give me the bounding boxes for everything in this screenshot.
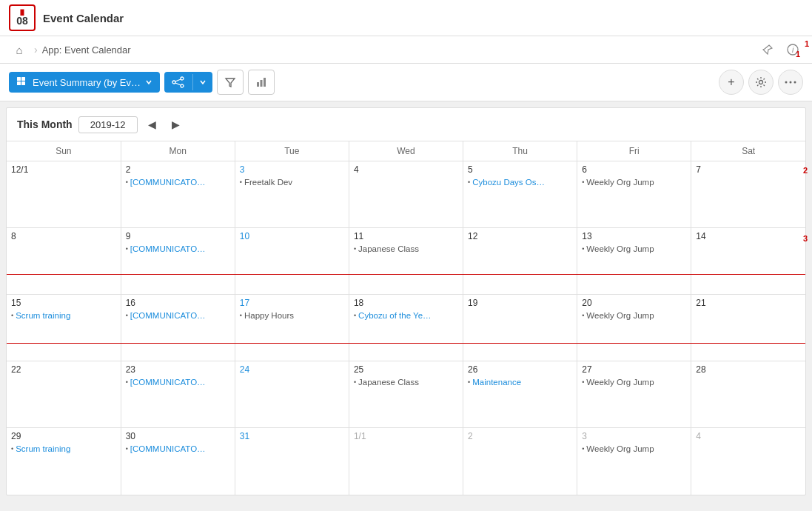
calendar-event[interactable]: •[COMMUNICATO… [126, 244, 230, 255]
day-number: 9 [126, 231, 230, 241]
more-button[interactable] [778, 70, 803, 95]
event-label[interactable]: [COMMUNICATO… [130, 244, 206, 255]
calendar-day: 4 [691, 428, 805, 495]
pin-button[interactable] [757, 39, 778, 60]
calendar-event: •Weekly Org Jump [582, 377, 686, 388]
calendar-day: 13•Weekly Org Jump [577, 228, 691, 295]
day-number: 11 [354, 231, 458, 241]
prev-month-button[interactable]: ◀ [144, 116, 161, 133]
calendar-event[interactable]: •Scrum training [11, 310, 116, 321]
calendar-event[interactable]: •Cybozu of the Ye… [354, 310, 458, 321]
event-dot-icon: • [582, 445, 584, 454]
event-label[interactable]: Scrum training [16, 310, 70, 321]
calendar-day: 26•Maintenance [463, 361, 577, 428]
day-number: 3 [240, 164, 344, 175]
calendar-event[interactable]: •Cybozu Days Os… [468, 177, 572, 188]
calendar-event[interactable]: •Maintenance [468, 377, 572, 388]
day-number: 16 [126, 298, 230, 308]
day-number: 26 [468, 364, 572, 375]
day-number: 31 [240, 431, 344, 441]
next-month-button[interactable]: ▶ [167, 116, 185, 133]
calendar-event[interactable]: •[COMMUNICATO… [126, 444, 230, 455]
svg-line-10 [175, 83, 181, 85]
calendar-day: 4 [349, 161, 463, 228]
annotation-label-3: 3 [803, 234, 808, 243]
calendar-day: 12 [463, 228, 577, 295]
svg-rect-3 [21, 77, 25, 81]
event-label[interactable]: [COMMUNICATO… [130, 444, 206, 455]
add-button[interactable]: + [719, 70, 744, 95]
more-icon [785, 81, 796, 84]
calendar-week: 15•Scrum training16•[COMMUNICATO…17•Happ… [7, 295, 805, 361]
day-number: 23 [126, 364, 230, 375]
toolbar: Event Summary (by Ev… [0, 64, 812, 101]
event-label[interactable]: [COMMUNICATO… [130, 310, 206, 321]
calendar-day: 18•Cybozu of the Ye… [349, 295, 463, 361]
event-dot-icon: • [11, 312, 13, 321]
day-number: 27 [582, 364, 686, 375]
event-dot-icon: • [11, 445, 13, 454]
event-dot-icon: • [354, 378, 356, 387]
day-number: 8 [11, 231, 116, 241]
chart-button[interactable] [248, 70, 275, 95]
calendar-event[interactable]: •[COMMUNICATO… [126, 377, 230, 388]
calendar-day: 17•Happy Hours [235, 295, 349, 361]
icon-day: 08 [16, 16, 28, 26]
day-number: 19 [468, 298, 572, 308]
settings-button[interactable] [748, 70, 774, 95]
day-header-sun: Sun [7, 141, 121, 161]
day-header-thu: Thu [463, 141, 577, 161]
calendar-event[interactable]: •Scrum training [11, 444, 116, 455]
day-number: 5 [468, 164, 572, 175]
share-dropdown[interactable] [192, 74, 212, 90]
day-number: 3 [582, 431, 686, 441]
calendar-day: 2 [463, 428, 577, 495]
filter-button[interactable] [217, 70, 244, 95]
calendar-day: 3•Weekly Org Jump [577, 428, 691, 495]
svg-rect-4 [17, 81, 21, 85]
event-label: Happy Hours [244, 310, 294, 321]
event-label[interactable]: Scrum training [16, 444, 70, 455]
day-number: 21 [696, 298, 801, 308]
event-label[interactable]: [COMMUNICATO… [130, 177, 206, 188]
day-number: 28 [696, 364, 801, 375]
calendar-grid: SunMonTueWedThuFriSat 12/12•[COMMUNICATO… [7, 141, 805, 495]
chart-icon [255, 76, 267, 88]
event-label[interactable]: Cybozu Days Os… [472, 177, 545, 188]
day-number: 10 [240, 231, 344, 241]
home-button[interactable]: ⌂ [9, 39, 30, 60]
view-selector[interactable]: Event Summary (by Ev… [9, 72, 160, 93]
event-label: Japanese Class [358, 377, 419, 388]
calendar-event: •Japanese Class [354, 244, 458, 255]
view-selector-main[interactable]: Event Summary (by Ev… [9, 72, 160, 93]
day-number: 30 [126, 431, 230, 441]
calendar-day: 3•Freetalk Dev [235, 161, 349, 228]
calendar-event[interactable]: •[COMMUNICATO… [126, 177, 230, 188]
calendar-event[interactable]: •[COMMUNICATO… [126, 310, 230, 321]
event-label[interactable]: Maintenance [472, 377, 521, 388]
event-dot-icon: • [240, 312, 242, 321]
calendar-day: 2•[COMMUNICATO… [121, 161, 235, 228]
day-number: 14 [696, 231, 801, 241]
month-input[interactable] [78, 116, 138, 133]
calendar-day: 27•Weekly Org Jump [577, 361, 691, 428]
day-number: 2 [468, 431, 572, 441]
calendar-day: 5•Cybozu Days Os… [463, 161, 577, 228]
day-number: 12 [468, 231, 572, 241]
chevron-down-icon [145, 79, 152, 86]
svg-rect-2 [17, 77, 21, 81]
calendar-day: 9•[COMMUNICATO… [121, 228, 235, 295]
calendar-event: •Happy Hours [240, 310, 344, 321]
event-dot-icon: • [126, 378, 128, 387]
annotation-label-1: 1 [796, 50, 800, 59]
event-label[interactable]: [COMMUNICATO… [130, 377, 206, 388]
event-label: Weekly Org Jump [586, 444, 654, 455]
event-label: Weekly Org Jump [586, 177, 654, 188]
event-label: Japanese Class [358, 244, 419, 255]
event-dot-icon: • [126, 245, 128, 254]
event-label[interactable]: Cybozu of the Ye… [358, 310, 431, 321]
event-dot-icon: • [582, 178, 584, 187]
share-main[interactable] [164, 72, 192, 93]
share-button[interactable] [164, 72, 212, 93]
period-label: This Month [17, 118, 73, 130]
